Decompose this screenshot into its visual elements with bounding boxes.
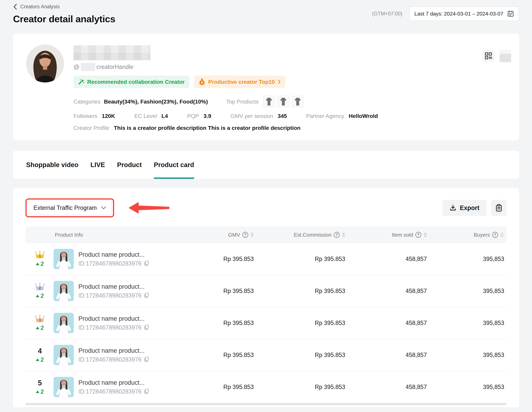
timezone-label: (GTM+07:00) bbox=[372, 11, 402, 17]
product-id-row: ID:17284678980283976 bbox=[78, 260, 149, 267]
product-name[interactable]: Product name product... bbox=[78, 251, 149, 258]
item-sold-value: 458,857 bbox=[346, 287, 428, 294]
toolbar-right: Export bbox=[443, 200, 506, 216]
product-id: ID:17284678980283976 bbox=[78, 324, 142, 331]
product-info: Product name product... ID:1728467898028… bbox=[78, 347, 149, 363]
stat-pqp: PQP 3.9 bbox=[187, 113, 211, 119]
coat-icon bbox=[265, 97, 273, 106]
clipboard-button[interactable] bbox=[491, 200, 506, 216]
help-icon[interactable]: ? bbox=[334, 232, 340, 238]
buyers-value: 395,853 bbox=[428, 320, 506, 326]
creator-info: @ creatorHandle Recommended collaboratio… bbox=[74, 45, 511, 131]
sort-icon[interactable] bbox=[424, 232, 427, 237]
tab-live[interactable]: LIVE bbox=[90, 151, 105, 179]
help-icon[interactable]: ? bbox=[415, 232, 421, 238]
coat-icon bbox=[294, 97, 301, 106]
profile-card-actions bbox=[482, 49, 511, 62]
help-icon[interactable]: ? bbox=[242, 232, 248, 238]
productive-badge-label: Productive creator Top10 bbox=[208, 79, 275, 85]
rank-change: 2 bbox=[36, 325, 44, 331]
gmv-value: Rp 395.853 bbox=[203, 256, 255, 262]
productive-creator-badge[interactable]: $ Productive creator Top10 bbox=[194, 76, 285, 88]
chevron-right-icon bbox=[278, 79, 281, 84]
stat-partner-agency: Partner Agency HelloWrold bbox=[306, 113, 378, 119]
product-cell: 2 2 Product name product... ID:172846789… bbox=[26, 281, 203, 301]
product-thumbnail[interactable] bbox=[292, 96, 304, 108]
gmv-value: Rp 395.853 bbox=[203, 352, 255, 358]
product-info: Product name product... ID:1728467898028… bbox=[78, 379, 149, 395]
product-image bbox=[54, 249, 74, 269]
up-triangle-icon bbox=[36, 263, 39, 265]
sort-icon[interactable] bbox=[250, 232, 254, 237]
avatar-illustration bbox=[26, 45, 64, 82]
product-info: Product name product... ID:1728467898028… bbox=[78, 251, 149, 267]
product-info: Product name product... ID:1728467898028… bbox=[78, 283, 149, 299]
copy-icon[interactable] bbox=[144, 389, 149, 394]
copy-icon[interactable] bbox=[144, 293, 149, 298]
categories-row: Categories Beauty(34%), Fashion(23%), Fo… bbox=[74, 96, 511, 108]
sort-icon[interactable] bbox=[500, 232, 504, 237]
item-sold-value: 458,857 bbox=[346, 320, 428, 326]
copy-icon[interactable] bbox=[144, 357, 149, 363]
rank-change: 2 bbox=[36, 292, 44, 299]
qr-code-button[interactable] bbox=[482, 49, 495, 62]
product-name[interactable]: Product name product... bbox=[78, 379, 149, 386]
rank-change: 2 bbox=[36, 388, 44, 395]
coat-icon bbox=[280, 97, 287, 106]
product-cell: 3 2 Product name product... ID:172846789… bbox=[26, 313, 203, 333]
rank-change: 2 bbox=[36, 260, 44, 267]
horizontal-scrollbar[interactable] bbox=[26, 403, 506, 405]
creator-profile-card: @ creatorHandle Recommended collaboratio… bbox=[13, 34, 519, 140]
product-thumbnail[interactable] bbox=[263, 96, 275, 108]
product-name[interactable]: Product name product... bbox=[78, 315, 149, 322]
commission-value: Rp 395.853 bbox=[255, 383, 346, 391]
creator-profile-value: This is a creator profile description Th… bbox=[114, 125, 300, 131]
tab-product-card[interactable]: Product card bbox=[154, 151, 194, 179]
money-bag-icon: $ bbox=[199, 78, 205, 86]
page-title: Creator detail analytics bbox=[13, 13, 115, 24]
copy-icon[interactable] bbox=[144, 261, 149, 267]
creator-handle: @ creatorHandle bbox=[74, 63, 511, 71]
buyers-value: 395,853 bbox=[428, 352, 506, 358]
date-range-picker[interactable]: Last 7 days: 2024-03-01 – 2024-03-07 bbox=[409, 7, 519, 21]
creator-stats-row: Followers 120K EC Level L4 PQP 3.9 GMV p… bbox=[74, 113, 511, 119]
highlight-box-annotation: External Traffic Program bbox=[26, 198, 114, 217]
breadcrumb[interactable]: Creators Analysis bbox=[13, 4, 115, 10]
product-name[interactable]: Product name product... bbox=[78, 283, 149, 290]
gmv-value: Rp 395.853 bbox=[203, 320, 255, 326]
product-id: ID:17284678980283976 bbox=[78, 260, 142, 267]
rank-change: 2 bbox=[36, 356, 44, 363]
commission-value: Rp 395.853 bbox=[255, 287, 346, 294]
traffic-program-dropdown[interactable]: External Traffic Program bbox=[28, 201, 112, 215]
top-products-thumbnails bbox=[263, 96, 304, 108]
tab-product[interactable]: Product bbox=[117, 151, 142, 179]
help-icon[interactable]: ? bbox=[492, 232, 498, 238]
table-row: 4 2 Product name product... ID:172846789… bbox=[26, 339, 506, 371]
export-button[interactable]: Export bbox=[443, 200, 487, 216]
stat-gmv-per-session: GMV per session 345 bbox=[231, 113, 287, 119]
tab-shoppable-video[interactable]: Shoppable video bbox=[26, 151, 78, 179]
top-products-label: Top Products bbox=[226, 98, 258, 105]
product-id-row: ID:17284678980283976 bbox=[78, 388, 149, 395]
product-id-row: ID:17284678980283976 bbox=[78, 292, 149, 299]
svg-text:$: $ bbox=[201, 81, 203, 85]
up-triangle-icon bbox=[36, 358, 39, 361]
svg-text:1: 1 bbox=[39, 254, 41, 258]
rank-badge: 3 2 bbox=[30, 315, 50, 331]
commission-value: Rp 395.853 bbox=[255, 320, 346, 326]
product-id: ID:17284678980283976 bbox=[78, 388, 142, 395]
product-name[interactable]: Product name product... bbox=[78, 347, 149, 354]
product-thumbnail[interactable] bbox=[277, 96, 289, 108]
chevron-down-icon bbox=[101, 206, 106, 210]
sort-icon[interactable] bbox=[342, 232, 345, 237]
copy-icon[interactable] bbox=[144, 325, 149, 331]
blurred-platform-icon bbox=[500, 49, 511, 62]
buyers-value: 395,853 bbox=[428, 383, 506, 391]
recommended-collaboration-badge[interactable]: Recommended collaboration Creator bbox=[74, 76, 189, 88]
recommended-badge-label: Recommended collaboration Creator bbox=[87, 79, 185, 85]
qr-code-icon bbox=[485, 52, 492, 59]
product-card-table-section: External Traffic Program Export bbox=[13, 188, 519, 407]
rank-badge: 2 2 bbox=[30, 283, 50, 299]
svg-text:3: 3 bbox=[39, 318, 41, 322]
column-item-sold: Item sold ? bbox=[346, 232, 428, 238]
